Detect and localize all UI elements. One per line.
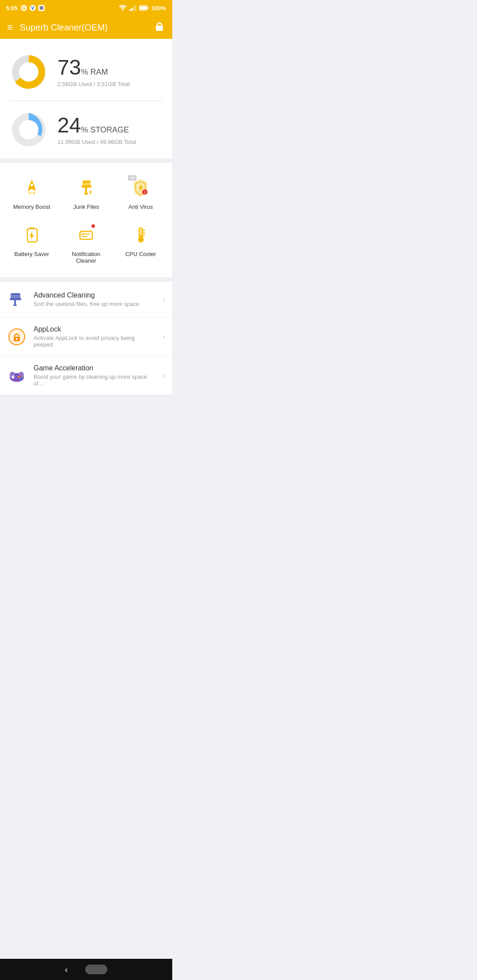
battery-saver-icon-container [20, 223, 43, 246]
svg-rect-8 [133, 7, 134, 11]
svg-point-15 [19, 62, 38, 82]
tools-grid: Memory Boost Junk Files [4, 172, 168, 268]
status-time: 5:05 [6, 5, 18, 11]
tool-notification-cleaner[interactable]: Notification Cleaner [59, 219, 113, 268]
menu-icon[interactable]: ≡ [7, 22, 13, 33]
square-icon [38, 4, 45, 11]
svg-rect-23 [84, 193, 88, 195]
svg-rect-11 [147, 7, 148, 9]
ram-info: 73% RAM 2.56GB Used / 3.51GB Total [57, 57, 163, 87]
advanced-cleaning-subtitle: Sort the useless files, free up more spa… [34, 301, 155, 307]
battery-percentage: 100% [151, 5, 166, 11]
game-acceleration-title: Game Acceleration [34, 364, 155, 372]
notification-dot [91, 224, 95, 228]
applock-title: AppLock [34, 325, 155, 333]
svg-text:!: ! [144, 190, 146, 195]
applock-subtitle: Activate AppLock to avoid privacy being … [34, 335, 155, 348]
svg-text:G: G [22, 6, 26, 11]
svg-point-18 [30, 184, 33, 186]
applock-text: AppLock Activate AppLock to avoid privac… [34, 325, 155, 348]
ram-stat-row: 73% RAM 2.56GB Used / 3.51GB Total [9, 48, 163, 96]
anti-virus-label: Anti Virus [129, 204, 153, 210]
svg-point-47 [16, 338, 18, 340]
tool-cpu-cooler[interactable]: CPU Cooler [114, 219, 168, 268]
battery-saver-label: Battery Saver [14, 251, 49, 257]
svg-rect-13 [156, 26, 163, 31]
applock-icon [7, 327, 26, 347]
shield-icon: ! [131, 178, 150, 197]
v-icon: V [29, 4, 36, 11]
game-controller-icon [8, 367, 26, 384]
advanced-cleaning-arrow: › [163, 295, 165, 304]
app-toolbar: ≡ Superb Cleaner(OEM) [0, 16, 172, 39]
advanced-cleaning-text: Advanced Cleaning Sort the useless files… [34, 291, 155, 307]
list-section: Advanced Cleaning Sort the useless files… [0, 282, 172, 395]
svg-point-17 [19, 120, 38, 139]
storage-label: % STORAGE [81, 125, 129, 134]
ram-detail: 2.56GB Used / 3.51GB Total [57, 81, 163, 87]
notification-cleaner-label: Notification Cleaner [61, 251, 111, 264]
cpu-cooler-label: CPU Cooler [125, 251, 156, 257]
storage-info: 24% STORAGE 11.99GB Used / 49.96GB Total [57, 115, 163, 145]
svg-rect-5 [40, 6, 43, 10]
svg-rect-22 [85, 188, 87, 193]
svg-rect-52 [12, 375, 14, 379]
svg-rect-7 [131, 8, 132, 11]
stats-section: 73% RAM 2.56GB Used / 3.51GB Total 24% S… [0, 39, 172, 158]
notification-cleaner-icon-container [75, 223, 98, 246]
list-item-advanced-cleaning[interactable]: Advanced Cleaning Sort the useless files… [0, 282, 172, 317]
svg-rect-21 [82, 185, 91, 188]
cpu-cooler-icon-container [129, 223, 152, 246]
lock-svg-icon [154, 20, 165, 32]
svg-point-55 [19, 377, 21, 379]
brush-icon [76, 178, 96, 197]
svg-rect-6 [129, 9, 131, 11]
junk-files-label: Junk Files [73, 204, 99, 210]
app-title: Superb Cleaner(OEM) [20, 23, 108, 33]
ad-badge: AD [128, 175, 136, 181]
thermometer-icon [131, 225, 150, 245]
list-item-game-acceleration[interactable]: Game Acceleration Boost your game by cle… [0, 356, 172, 395]
svg-rect-29 [30, 227, 34, 229]
ram-pie-chart [9, 52, 49, 92]
svg-text:V: V [31, 6, 34, 11]
tool-anti-virus[interactable]: AD ! Anti Virus [114, 172, 168, 215]
storage-percentage: 24 [57, 113, 81, 137]
svg-point-53 [19, 375, 21, 377]
game-acceleration-arrow: › [163, 371, 165, 380]
paint-roller-icon [8, 290, 26, 308]
wifi-icon [119, 5, 127, 11]
tools-section: Memory Boost Junk Files [0, 163, 172, 277]
svg-rect-33 [81, 232, 83, 237]
list-item-applock[interactable]: AppLock Activate AppLock to avoid privac… [0, 317, 172, 356]
battery-status-icon [139, 5, 149, 11]
svg-rect-43 [14, 300, 16, 305]
storage-stat-row: 24% STORAGE 11.99GB Used / 49.96GB Total [9, 101, 163, 154]
game-acceleration-text: Game Acceleration Boost your game by cle… [34, 364, 155, 387]
advanced-cleaning-title: Advanced Cleaning [34, 291, 155, 299]
svg-point-56 [18, 376, 19, 378]
ram-percentage: 73 [57, 56, 81, 79]
memory-boost-label: Memory Boost [13, 204, 50, 210]
svg-rect-12 [140, 7, 146, 10]
tool-battery-saver[interactable]: Battery Saver [4, 219, 59, 268]
storage-detail: 11.99GB Used / 49.96GB Total [57, 139, 163, 145]
svg-rect-9 [135, 5, 136, 11]
rocket-icon [22, 178, 42, 197]
game-acceleration-subtitle: Boost your game by cleaning up more spac… [34, 373, 155, 387]
game-acceleration-icon [7, 366, 26, 385]
svg-point-24 [83, 182, 85, 184]
junk-files-icon-container [75, 176, 98, 199]
memory-boost-icon-container [20, 176, 43, 199]
status-bar: 5:05 G V [0, 0, 172, 16]
battery-icon [22, 225, 42, 245]
applock-arrow: › [163, 332, 165, 341]
tool-junk-files[interactable]: Junk Files [59, 172, 113, 215]
storage-pie-chart [9, 110, 49, 150]
anti-virus-icon-container: AD ! [129, 176, 152, 199]
svg-point-54 [21, 376, 23, 378]
signal-icon [129, 5, 136, 11]
ram-label: % RAM [81, 68, 108, 76]
tool-memory-boost[interactable]: Memory Boost [4, 172, 59, 215]
lock-icon[interactable] [154, 20, 165, 34]
